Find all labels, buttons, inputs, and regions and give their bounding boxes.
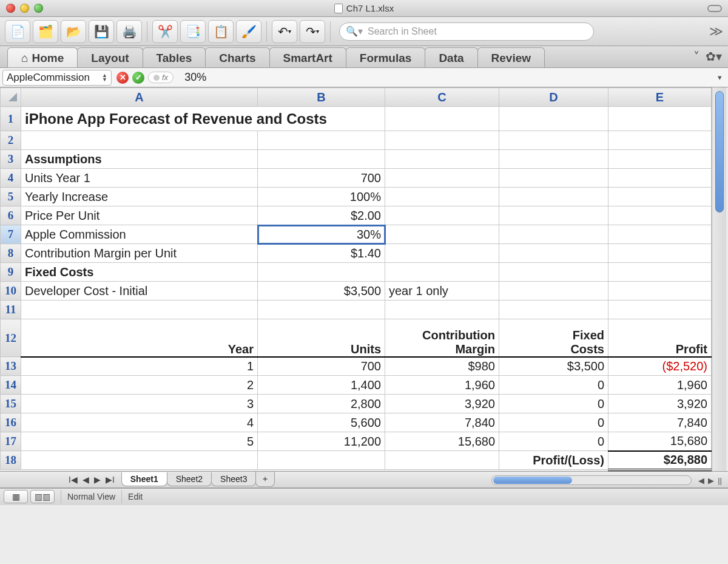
cell[interactable]: 700 (258, 169, 385, 188)
col-header-A[interactable]: A (21, 88, 258, 107)
cell[interactable] (385, 206, 499, 225)
cell[interactable] (385, 451, 499, 470)
tab-data[interactable]: Data (425, 47, 477, 67)
row-header[interactable]: 4 (1, 169, 21, 188)
cell[interactable] (385, 188, 499, 206)
cut-button[interactable]: ✂️ (152, 20, 178, 43)
cell[interactable]: $980 (385, 357, 499, 376)
close-window-button[interactable] (6, 4, 15, 13)
row-header[interactable]: 1 (1, 107, 21, 131)
cell[interactable]: iPhone App Forecast of Revenue and Costs (21, 107, 385, 131)
normal-view-button[interactable]: ▦ (4, 490, 28, 503)
row-header[interactable]: 13 (1, 357, 21, 376)
cell[interactable]: 1,960 (385, 376, 499, 395)
cell[interactable] (608, 107, 712, 131)
copy-button[interactable]: 📑 (180, 20, 206, 43)
cell[interactable]: 0 (499, 413, 608, 432)
cell[interactable]: ContributionMargin (385, 319, 499, 357)
horizontal-scrollbar[interactable] (491, 475, 692, 485)
cell[interactable] (258, 150, 385, 169)
cell[interactable]: 4 (21, 413, 258, 432)
insert-function-button[interactable]: fx (148, 72, 174, 83)
cell[interactable]: 2 (21, 376, 258, 395)
cell[interactable] (499, 282, 608, 301)
cell[interactable]: 7,840 (608, 413, 712, 432)
cell[interactable] (385, 263, 499, 282)
template-gallery-button[interactable]: 🗂️ (33, 20, 58, 43)
cell[interactable] (385, 225, 499, 244)
toolbar-overflow-button[interactable]: ≫ (709, 24, 723, 39)
tab-formulas[interactable]: Formulas (346, 47, 426, 67)
cell[interactable] (499, 206, 608, 225)
cell[interactable]: Units (258, 319, 385, 357)
cell[interactable]: Apple Commission (21, 225, 258, 244)
vertical-scrollbar[interactable] (712, 87, 726, 471)
cell[interactable] (258, 451, 385, 470)
save-button[interactable]: 💾 (89, 20, 114, 43)
col-header-C[interactable]: C (385, 88, 499, 107)
page-layout-view-button[interactable]: ▥▥ (30, 490, 55, 503)
zoom-window-button[interactable] (34, 4, 43, 13)
cell[interactable]: Yearly Increase (21, 188, 258, 206)
row-header[interactable]: 9 (1, 263, 21, 282)
tab-review[interactable]: Review (477, 47, 545, 67)
active-cell[interactable]: 30% (258, 225, 385, 244)
row-header[interactable]: 11 (1, 301, 21, 319)
cell[interactable]: Price Per Unit (21, 206, 258, 225)
row-header[interactable]: 3 (1, 150, 21, 169)
ribbon-collapse-button[interactable]: ˅ (693, 49, 699, 64)
cell[interactable] (258, 131, 385, 150)
row-header[interactable]: 15 (1, 395, 21, 413)
scrollbar-thumb[interactable] (493, 477, 572, 484)
cell[interactable] (499, 131, 608, 150)
cell[interactable] (258, 263, 385, 282)
spreadsheet-grid[interactable]: A B C D E 1 iPhone App Forecast of Reven… (0, 87, 712, 471)
cell[interactable]: $1.40 (258, 244, 385, 263)
cell[interactable]: year 1 only (385, 282, 499, 301)
sheet-tab-sheet1[interactable]: Sheet1 (121, 472, 167, 486)
cell[interactable]: 1,960 (608, 376, 712, 395)
cell[interactable] (608, 131, 712, 150)
cell[interactable] (608, 225, 712, 244)
add-sheet-button[interactable]: ＋ (255, 472, 275, 487)
sheet-tab-sheet3[interactable]: Sheet3 (211, 472, 256, 486)
cell[interactable] (385, 244, 499, 263)
select-all-corner[interactable] (1, 88, 21, 107)
print-button[interactable]: 🖨️ (116, 20, 142, 43)
row-header[interactable]: 6 (1, 206, 21, 225)
row-header[interactable]: 8 (1, 244, 21, 263)
row-header[interactable]: 5 (1, 188, 21, 206)
minimize-window-button[interactable] (20, 4, 29, 13)
cell[interactable]: FixedCosts (499, 319, 608, 357)
tab-charts[interactable]: Charts (205, 47, 269, 67)
row-header[interactable]: 12 (1, 319, 21, 357)
cell[interactable]: Profit/(Loss) (499, 451, 608, 470)
cell[interactable] (608, 282, 712, 301)
sheet-tab-sheet2[interactable]: Sheet2 (167, 472, 212, 486)
paste-button[interactable]: 📋 (208, 20, 234, 43)
cell[interactable] (385, 301, 499, 319)
cell[interactable] (608, 244, 712, 263)
tab-home[interactable]: ⌂ Home (7, 47, 78, 67)
name-box-stepper[interactable]: ▲▼ (102, 73, 107, 82)
cell[interactable]: 700 (258, 357, 385, 376)
cell[interactable] (499, 107, 608, 131)
format-painter-button[interactable]: 🖌️ (236, 20, 261, 43)
cell[interactable] (608, 206, 712, 225)
undo-button[interactable]: ↶▾ (272, 20, 297, 43)
cell[interactable]: 0 (499, 432, 608, 451)
sheet-nav-buttons[interactable]: I◀◀▶▶I (67, 474, 116, 486)
cell[interactable]: Units Year 1 (21, 169, 258, 188)
cell[interactable]: 15,680 (385, 432, 499, 451)
cell[interactable]: ($2,520) (608, 357, 712, 376)
cell[interactable]: 3 (21, 395, 258, 413)
open-button[interactable]: 📂 (61, 20, 86, 43)
cell[interactable]: 1,400 (258, 376, 385, 395)
cell[interactable] (385, 150, 499, 169)
cell[interactable]: Developer Cost - Initial (21, 282, 258, 301)
tab-tables[interactable]: Tables (143, 47, 206, 67)
tab-layout[interactable]: Layout (77, 47, 143, 67)
cell[interactable] (608, 150, 712, 169)
col-header-D[interactable]: D (499, 88, 608, 107)
cell[interactable] (499, 301, 608, 319)
